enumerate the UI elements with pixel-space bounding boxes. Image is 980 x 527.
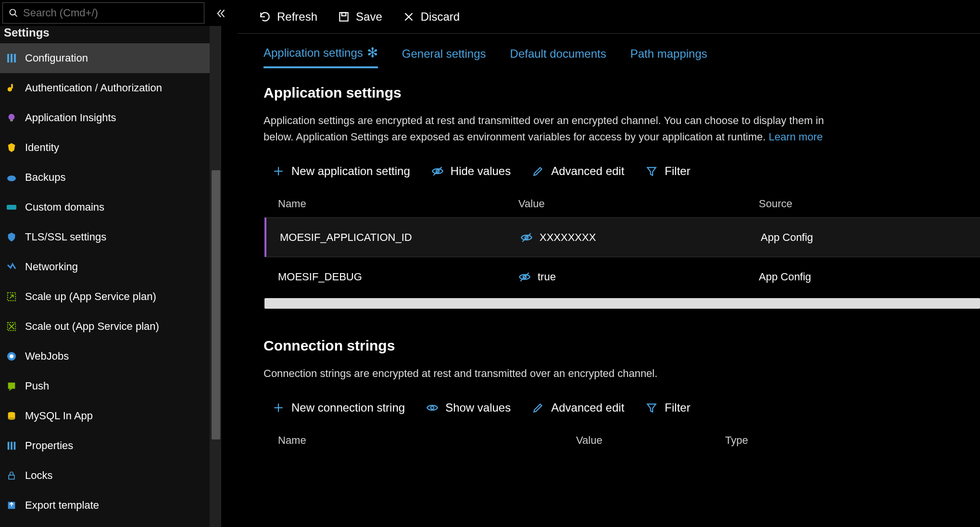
tab-general-settings[interactable]: General settings (402, 46, 486, 68)
scaleout-icon (5, 320, 18, 333)
search-input[interactable] (18, 7, 198, 19)
toolbar-label: Discard (421, 10, 460, 24)
sidebar-scrollbar[interactable] (210, 26, 221, 527)
svg-rect-8 (10, 120, 13, 122)
shield-icon (5, 230, 18, 244)
sidebar-item-locks[interactable]: Locks (0, 461, 221, 490)
sidebar-item-networking[interactable]: Networking (0, 252, 221, 282)
new-connection-string-button[interactable]: New connection string (272, 401, 405, 414)
column-header-value[interactable]: Value (576, 434, 725, 447)
svg-point-19 (8, 417, 15, 420)
connection-strings-actions: New connection string Show values Advanc… (272, 401, 980, 414)
sidebar-item-configuration[interactable]: Configuration (0, 43, 221, 73)
sidebar-item-push[interactable]: Push (0, 371, 221, 401)
advanced-edit-button-cs[interactable]: Advanced edit (532, 401, 624, 414)
collapse-sidebar-button[interactable] (212, 5, 231, 22)
lightbulb-icon (5, 111, 18, 125)
tab-default-documents[interactable]: Default documents (510, 46, 606, 68)
sidebar-item-identity[interactable]: Identity (0, 133, 221, 163)
sidebar-item-label: Properties (25, 439, 73, 452)
svg-rect-26 (342, 13, 346, 15)
table-row[interactable]: MOESIF_APPLICATION_ID XXXXXXXX App Confi… (264, 217, 980, 257)
svg-line-32 (433, 167, 441, 176)
cell-name: MOESIF_DEBUG (278, 271, 518, 283)
sidebar-item-label: Networking (25, 261, 78, 273)
discard-button[interactable]: Discard (402, 10, 460, 24)
svg-marker-16 (9, 389, 13, 391)
save-button[interactable]: Save (338, 10, 382, 24)
new-application-setting-button[interactable]: New application setting (272, 164, 410, 178)
sidebar-item-insights[interactable]: Application Insights (0, 103, 221, 133)
table-row[interactable]: MOESIF_DEBUG true App Config (264, 257, 980, 296)
column-header-name[interactable]: Name (278, 434, 576, 447)
scaleup-icon (5, 290, 18, 303)
tab-label: Application settings (264, 46, 363, 60)
sidebar-item-mysql[interactable]: MySQL In App (0, 401, 221, 431)
hide-values-button[interactable]: Hide values (431, 164, 511, 178)
table-header-row: Name Value Source (264, 190, 980, 217)
app-settings-description: Application settings are encrypted at re… (264, 113, 980, 145)
sidebar-item-properties[interactable]: Properties (0, 431, 221, 461)
svg-rect-23 (9, 475, 14, 479)
cell-value[interactable]: true (518, 271, 759, 283)
refresh-button[interactable]: Refresh (259, 10, 317, 24)
connection-strings-heading: Connection strings (264, 338, 980, 354)
tab-application-settings[interactable]: Application settings ✻ (264, 46, 378, 68)
svg-point-7 (9, 114, 15, 120)
column-header-name[interactable]: Name (278, 198, 518, 210)
action-label: Filter (665, 401, 690, 414)
sliders-icon (5, 51, 18, 65)
horizontal-scrollbar[interactable] (264, 298, 980, 309)
sidebar-item-tls-ssl[interactable]: TLS/SSL settings (0, 222, 221, 252)
sidebar-item-scale-out[interactable]: Scale out (App Service plan) (0, 312, 221, 341)
cell-value-text: XXXXXXXX (540, 231, 596, 244)
sidebar-item-label: Export template (25, 499, 99, 512)
toolbar-label: Save (356, 10, 382, 24)
identity-icon (5, 141, 18, 154)
cell-name: MOESIF_APPLICATION_ID (280, 231, 520, 244)
eye-icon (518, 271, 531, 283)
svg-point-39 (431, 406, 434, 410)
show-values-button[interactable]: Show values (426, 401, 511, 414)
svg-rect-22 (14, 442, 16, 450)
sidebar-item-webjobs[interactable]: WebJobs (0, 341, 221, 371)
sidebar-item-label: Application Insights (25, 112, 116, 124)
action-label: Advanced edit (551, 164, 624, 178)
column-header-source[interactable]: Source (759, 198, 951, 210)
sidebar-item-export-template[interactable]: Export template (0, 490, 221, 520)
chevron-double-left-icon (216, 8, 226, 19)
mysql-icon (5, 409, 18, 423)
filter-button[interactable]: Filter (645, 164, 690, 178)
sidebar-item-label: Identity (25, 141, 59, 154)
column-header-value[interactable]: Value (518, 198, 759, 210)
filter-icon (645, 402, 658, 414)
sidebar-scrollbar-thumb[interactable] (212, 170, 220, 439)
close-icon (402, 11, 415, 23)
learn-more-link[interactable]: Learn more (768, 131, 823, 143)
sidebar-item-label: Custom domains (25, 201, 104, 213)
key-icon (5, 81, 18, 95)
connection-strings-table: Name Value Type Dep (264, 427, 980, 454)
eye-icon (520, 231, 533, 244)
advanced-edit-button[interactable]: Advanced edit (532, 164, 624, 178)
action-label: Hide values (451, 164, 511, 178)
tab-bar: Application settings ✻ General settings … (264, 46, 980, 68)
filter-button-cs[interactable]: Filter (645, 401, 690, 414)
sidebar-item-label: TLS/SSL settings (25, 231, 106, 243)
column-header-type[interactable]: Type (725, 434, 980, 447)
sidebar-item-scale-up[interactable]: Scale up (App Service plan) (0, 282, 221, 312)
search-bar[interactable] (2, 2, 204, 24)
cell-value[interactable]: XXXXXXXX (520, 231, 761, 244)
svg-rect-25 (339, 13, 348, 21)
sidebar-item-label: WebJobs (25, 350, 69, 363)
toolbar: Refresh Save Discard (238, 0, 980, 34)
tab-path-mappings[interactable]: Path mappings (630, 46, 707, 68)
export-icon (5, 499, 18, 512)
sidebar-item-authentication[interactable]: Authentication / Authorization (0, 73, 221, 103)
eye-icon (426, 402, 439, 414)
sidebar-item-custom-domains[interactable]: Custom domains (0, 192, 221, 222)
svg-line-36 (520, 273, 528, 281)
action-label: Show values (445, 401, 511, 414)
app-settings-heading: Application settings (264, 85, 980, 101)
sidebar-item-backups[interactable]: Backups (0, 163, 221, 192)
